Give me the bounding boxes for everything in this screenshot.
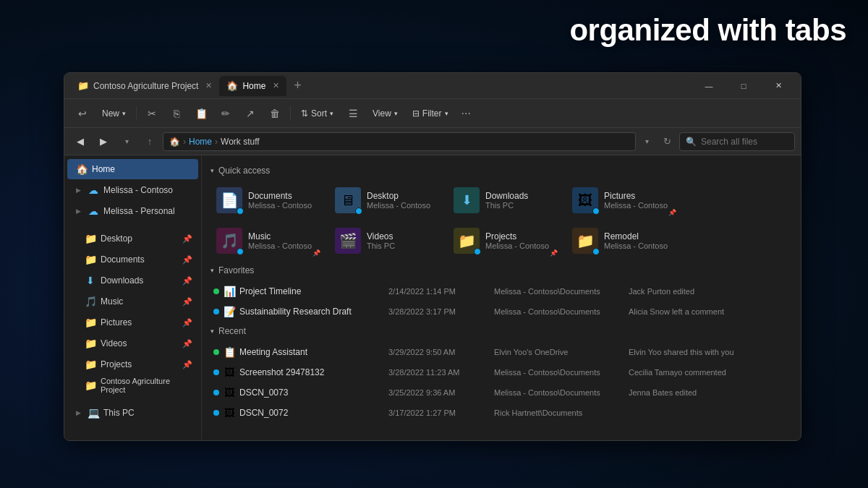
copy-button[interactable]: ⎘ (166, 103, 187, 124)
favorite-row-0[interactable]: 📊 Project Timeline 2/14/2022 1:14 PM Mel… (210, 281, 792, 301)
quick-downloads-sub: This PC (485, 201, 528, 210)
tab-home[interactable]: 🏠 Home ✕ (219, 76, 286, 96)
recent-row-1[interactable]: 🖼 Screenshot 29478132 3/28/2022 11:23 AM… (210, 362, 792, 382)
sidebar-item-desktop[interactable]: 📁 Desktop 📌 (67, 228, 198, 249)
sidebar-item-melissa-personal[interactable]: ▶ ☁ Melissa - Personal (67, 201, 198, 221)
rename-button[interactable]: ✏ (215, 103, 237, 124)
pictures-sync-status (592, 207, 600, 215)
quick-documents-sub: Melissa - Contoso (248, 201, 312, 210)
sort-button[interactable]: ⇅ Sort ▾ (295, 106, 339, 121)
back-button[interactable]: ↩ (72, 103, 93, 124)
rec0-status-dot (213, 349, 219, 355)
sidebar-item-projects[interactable]: 📁 Projects 📌 (67, 354, 198, 374)
pin-desktop-icon: 📌 (182, 234, 192, 244)
quick-item-desktop[interactable]: 🖥 Desktop Melissa - Contoso (329, 181, 445, 219)
up-button[interactable]: ↑ (140, 132, 160, 151)
fav0-date: 2/14/2022 1:14 PM (388, 287, 490, 296)
favorites-chevron-icon: ▾ (210, 267, 214, 274)
home-icon-breadcrumb: 🏠 (169, 137, 180, 147)
filter-button[interactable]: ⊟ Filter ▾ (407, 106, 454, 121)
breadcrumb-sep-1: › (183, 137, 186, 147)
tab-home-icon: 🏠 (226, 80, 238, 91)
filter-chevron-icon: ▾ (445, 110, 448, 117)
breadcrumb-home[interactable]: Home (189, 137, 212, 147)
window-controls: — □ ✕ (692, 75, 795, 97)
fav0-activity: Jack Purton edited (629, 287, 789, 296)
quick-item-videos[interactable]: 🎬 Videos This PC (329, 222, 445, 260)
view-button[interactable]: View ▾ (367, 106, 404, 121)
expand-pc-icon: ▶ (76, 409, 83, 416)
maximize-button[interactable]: □ (727, 75, 760, 97)
view-list-icon[interactable]: ☰ (342, 103, 364, 124)
quick-access-header[interactable]: ▾ Quick access (210, 166, 792, 176)
pictures-folder-icon: 📁 (85, 317, 96, 328)
sidebar-item-videos[interactable]: 📁 Videos 📌 (67, 333, 198, 354)
more-options-button[interactable]: ··· (457, 104, 475, 123)
refresh-button[interactable]: ↻ (658, 132, 676, 151)
sidebar-item-home[interactable]: 🏠 Home (67, 159, 198, 179)
quick-projects-name: Projects (485, 231, 549, 241)
recent-row-0[interactable]: 📋 Meeting Assistant 3/29/2022 9:50 AM El… (210, 342, 792, 362)
sidebar-item-documents[interactable]: 📁 Documents 📌 (67, 249, 198, 270)
rec1-activity: Cecilia Tamayo commented (629, 368, 789, 377)
pictures-pin-icon: 📌 (668, 209, 676, 216)
quick-item-projects[interactable]: 📁 Projects Melissa - Contoso 📌 (448, 222, 563, 260)
paste-button[interactable]: 📋 (190, 103, 212, 124)
sidebar-projects-label: Projects (101, 359, 178, 369)
sidebar-item-melissa-contoso[interactable]: ▶ ☁ Melissa - Contoso (67, 180, 198, 200)
tab-contoso-label: Contoso Agriculture Project (93, 81, 198, 91)
sidebar-item-music[interactable]: 🎵 Music 📌 (67, 291, 198, 312)
back-nav-button[interactable]: ◀ (70, 132, 90, 151)
tab-contoso[interactable]: 📁 Contoso Agriculture Project ✕ (70, 76, 219, 96)
quick-music-name: Music (248, 231, 312, 241)
rec3-location: Rick Hartnett\Documents (494, 408, 624, 417)
rec3-status-dot (213, 410, 219, 416)
home-icon: 🏠 (76, 163, 88, 175)
quick-item-music[interactable]: 🎵 Music Melissa - Contoso 📌 (210, 222, 326, 260)
rec3-file-icon: 🖼 (224, 407, 235, 419)
tab-folder-icon: 📁 (77, 80, 89, 91)
rec1-status-dot (213, 369, 219, 375)
sidebar-item-downloads[interactable]: ⬇ Downloads 📌 (67, 270, 198, 291)
quick-desktop-name: Desktop (367, 191, 430, 201)
sidebar-item-pictures[interactable]: 📁 Pictures 📌 (67, 312, 198, 333)
recent-row-3[interactable]: 🖼 DSCN_0072 3/17/2022 1:27 PM Rick Hartn… (210, 403, 792, 423)
projects-pin-icon: 📌 (550, 249, 558, 257)
recent-header[interactable]: ▾ Recent (210, 326, 792, 336)
recent-locations-button[interactable]: ▾ (116, 132, 137, 151)
share-button[interactable]: ↗ (239, 103, 261, 124)
sidebar-downloads-label: Downloads (101, 275, 178, 286)
recent-row-2[interactable]: 🖼 DSCN_0073 3/25/2022 9:36 AM Melissa - … (210, 382, 792, 403)
rec3-date: 3/17/2022 1:27 PM (388, 408, 490, 417)
filter-label: Filter (422, 108, 442, 119)
quick-item-pictures[interactable]: 🖼 Pictures Melissa - Contoso 📌 (566, 181, 682, 219)
breadcrumb[interactable]: 🏠 › Home › Work stuff (163, 132, 636, 151)
tab-contoso-close[interactable]: ✕ (205, 81, 212, 90)
quick-item-remodel[interactable]: 📁 Remodel Melissa - Contoso (566, 222, 682, 260)
minimize-button[interactable]: — (692, 75, 726, 97)
rec1-location: Melissa - Contoso\Documents (494, 368, 624, 377)
search-box[interactable]: 🔍 (679, 132, 795, 151)
sidebar-item-contoso-ag[interactable]: 📁 Contoso Agriculture Project (67, 375, 198, 395)
cut-button[interactable]: ✂ (141, 103, 163, 124)
quick-videos-sub: This PC (367, 241, 395, 250)
add-tab-button[interactable]: + (286, 76, 308, 96)
sidebar-music-label: Music (101, 296, 178, 307)
favorites-header[interactable]: ▾ Favorites (210, 265, 792, 275)
tab-home-close[interactable]: ✕ (273, 81, 279, 90)
sidebar-item-this-pc[interactable]: ▶ 💻 This PC (67, 403, 198, 423)
close-button[interactable]: ✕ (762, 75, 795, 97)
rec0-date: 3/29/2022 9:50 AM (388, 348, 490, 356)
music-sync-status (237, 248, 244, 255)
new-chevron-icon: ▾ (122, 110, 126, 117)
fav1-location: Melissa - Contoso\Documents (494, 307, 624, 316)
delete-button[interactable]: 🗑 (264, 103, 286, 124)
quick-item-documents[interactable]: 📄 Documents Melissa - Contoso (210, 181, 326, 219)
pin-music-icon: 📌 (182, 297, 192, 307)
search-input[interactable] (701, 137, 788, 147)
address-dropdown-button[interactable]: ▾ (639, 132, 655, 151)
quick-item-downloads[interactable]: ⬇ Downloads This PC (448, 181, 563, 219)
new-button[interactable]: New ▾ (96, 106, 132, 121)
favorite-row-1[interactable]: 📝 Sustainability Research Draft 3/28/202… (210, 301, 792, 322)
forward-nav-button[interactable]: ▶ (93, 132, 114, 151)
